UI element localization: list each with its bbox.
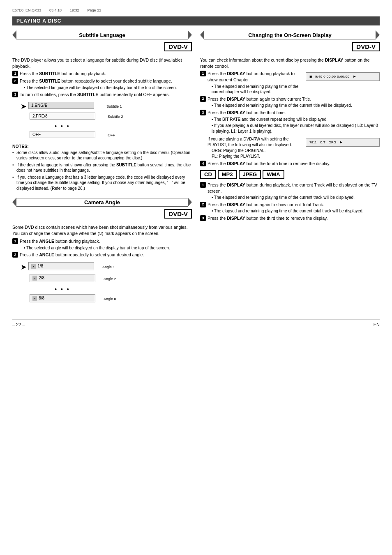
angle-8-row: ▪ 8/8 Angle 8 [21, 294, 192, 304]
note-3: If you choose a Language that has a 3 le… [12, 175, 192, 191]
osd-step-num-1: 1 [200, 71, 206, 76]
wma-badge: WMA [263, 170, 284, 179]
camera-step-num-2: 2 [12, 252, 18, 258]
cd-step-num-3: 3 [200, 215, 206, 221]
cd-badges: CD MP3 JPEG WMA [200, 170, 380, 179]
subtitle-2-row: 2.FRE/8 Subtitle 2 [21, 113, 127, 121]
step-num-2: 2 [12, 78, 18, 84]
step-num-3: 3 [12, 92, 18, 97]
diagram-dots: • • • [30, 123, 95, 129]
camera-intro: Some DVD discs contain scenes which have… [12, 224, 192, 236]
osd-steps: 1 Press the DISPLAY button during playba… [200, 71, 380, 166]
page-footer: – 22 – EN [12, 319, 380, 327]
camera-step-2: 2 Press the ANGLE button repeatedly to s… [12, 252, 192, 258]
subtitle-step-1: 1 Press the SUBTITLE button during playb… [12, 71, 192, 77]
angle-2-label: Angle 2 [104, 277, 116, 281]
subtitle-1-box: 1.ENG/E [28, 102, 94, 109]
angle-8-text: 8/8 [39, 296, 44, 300]
subtitle-language-section: Subtitle Language DVD-V The DVD player a… [12, 30, 192, 191]
playlist-org: ORG [329, 140, 336, 145]
arrow-pointer-1: ➤ [21, 102, 27, 111]
time: 19:32 [70, 8, 79, 12]
subtitle-2-box: 2.FRE/8 [30, 113, 95, 120]
step-num-1: 1 [12, 71, 18, 76]
playlist-ct: C.T [320, 140, 325, 145]
osd-step-3: 3 Press the DISPLAY button the third tim… [200, 110, 380, 159]
camera-angle-header: Camera Angle [12, 198, 192, 207]
subtitle-1-text: 1.ENG/E [31, 103, 47, 108]
left-arrow-bracket [12, 30, 16, 39]
camera-step-num-1: 1 [12, 238, 18, 244]
camera-angle-title: Camera Angle [16, 198, 188, 207]
angle-1-box: ▪ 1/8 [28, 262, 94, 270]
camera-step-1-sub: The selected angle will be displayed on … [20, 245, 192, 251]
subtitle-language-header: Subtitle Language [12, 30, 192, 39]
cd-step-1-sub: The elapsed and remaining playing time o… [208, 195, 380, 200]
osd-step-num-4: 4 [200, 161, 206, 166]
cd-steps: 1 Press the DISPLAY button during playba… [200, 182, 380, 221]
off-text: OFF [32, 132, 41, 137]
date: 03.4.18 [49, 8, 62, 12]
osd-step-1: 1 Press the DISPLAY button during playba… [200, 71, 380, 94]
org-line: ORG: Playing the ORIGINAL. [208, 148, 265, 153]
osd-step-1-sub: The elapsed and remaining playing time o… [208, 84, 302, 95]
osd-right-bracket [376, 30, 380, 39]
display-play-1: ► [353, 74, 356, 79]
cd-step-2: 2 Press the DISPLAY button again to show… [200, 202, 380, 214]
on-screen-header: Changing the On-Screen Display [200, 30, 380, 39]
subtitle-language-title: Subtitle Language [16, 31, 188, 39]
cd-badge: CD [200, 170, 216, 179]
mp3-badge: MP3 [218, 170, 237, 179]
osd-intro: You can check information about the curr… [200, 57, 380, 69]
angle-2-text: 2/8 [39, 276, 44, 280]
osd-step-num-3: 3 [200, 110, 206, 115]
osd-step-2: 2 Press the DISPLAY button again to show… [200, 96, 380, 108]
cd-step-1: 1 Press the DISPLAY button during playba… [200, 182, 380, 200]
osd-step-2-sub: The elapsed and remaining playing time o… [208, 103, 380, 108]
osd-dvd-badge: DVD-V [352, 42, 380, 51]
two-col-layout: Subtitle Language DVD-V The DVD player a… [12, 30, 380, 311]
subtitle-step-2-sub: The selected language will be displayed … [20, 85, 192, 91]
angle-1-label: Angle 1 [102, 265, 115, 269]
subtitle-step-3: 3 To turn off subtitles, press the SUBTI… [12, 92, 192, 98]
on-screen-display-section: Changing the On-Screen Display DVD-V You… [200, 30, 380, 221]
off-box: OFF [30, 131, 95, 138]
camera-step-1: 1 Press the ANGLE button during playback… [12, 238, 192, 251]
subtitle-2-label: Subtitle 2 [108, 115, 123, 119]
angle-arrow-1: ➤ [21, 263, 27, 272]
display-box-1: ▣ 9/40 0:00:00 0:00:00 ► [306, 72, 380, 81]
subtitle-intro: The DVD player allows you to select a la… [12, 57, 192, 69]
camera-steps: 1 Press the ANGLE button during playback… [12, 238, 192, 258]
notes-title: NOTES: [12, 144, 192, 149]
right-arrow-bracket [188, 30, 192, 39]
page: E57E0_EN.QX33 03.4.18 19:32 Page 22 PLAY… [0, 0, 392, 555]
subtitle-diagram: ➤ 1.ENG/E Subtitle 1 2.FRE/8 [21, 102, 127, 140]
playlist-play: ► [339, 140, 343, 145]
page-number: – 22 – [12, 322, 25, 327]
osd-step-3-sub-2: If you are playing a dual layered disc, … [208, 123, 380, 134]
angle-2-box: ▪ 2/8 [30, 274, 95, 282]
subtitle-2-text: 2.FRE/8 [32, 114, 48, 118]
camera-angle-section: Camera Angle DVD-V Some DVD discs contai… [12, 198, 192, 304]
osd-step-3-sub-1: The BIT RATE and the current repeat sett… [208, 117, 380, 122]
camera-dvd-badge: DVD-V [164, 209, 192, 219]
angle-1-inner: ▪ [31, 264, 36, 269]
notes-list: Some discs allow audio language setting/… [12, 150, 192, 191]
playlist-box: 7811 C.T ORG ► [306, 138, 380, 147]
display-icon-1: ▣ [309, 74, 313, 79]
note-1: Some discs allow audio language setting/… [12, 150, 192, 161]
osd-left-bracket [200, 30, 204, 39]
off-label: OFF [108, 133, 115, 137]
cd-step-3: 3 Press the DISPLAY button the third tim… [200, 215, 380, 221]
osd-step-4: 4 Press the DISPLAY button the fourth ti… [200, 161, 380, 167]
off-row: OFF OFF [21, 131, 127, 140]
cd-step-2-sub: The elapsed and remaining playing time o… [208, 208, 380, 214]
camera-right-bracket [188, 198, 192, 207]
osd-step-num-2: 2 [200, 96, 206, 102]
subtitle-1-label: Subtitle 1 [106, 104, 122, 108]
page-ref: Page 22 [88, 8, 101, 12]
angle-8-inner: ▪ [32, 296, 37, 301]
angle-diagram: ➤ ▪ 1/8 Angle 1 ▪ 2/8 [21, 262, 192, 304]
angle-1-text: 1/8 [37, 264, 43, 268]
jpeg-badge: JPEG [239, 170, 261, 179]
